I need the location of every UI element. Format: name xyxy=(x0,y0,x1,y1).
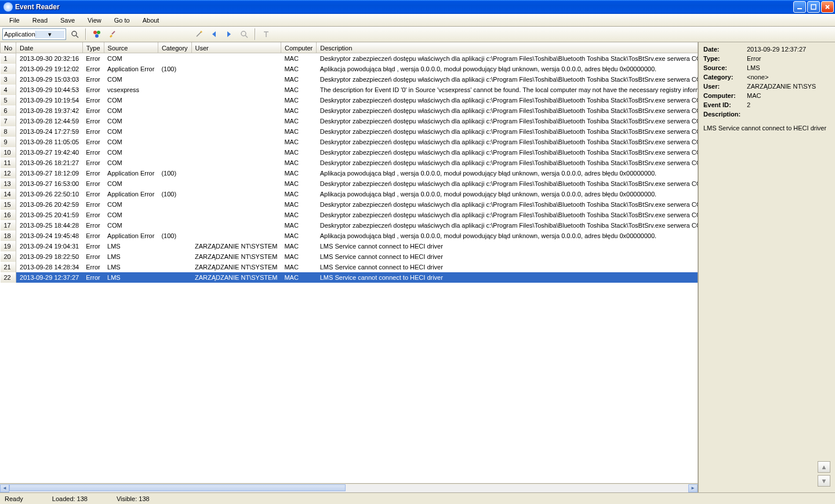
wand-icon[interactable] xyxy=(193,28,205,41)
col-header-user[interactable]: User xyxy=(191,43,281,53)
cell-source: COM xyxy=(104,105,158,116)
table-row[interactable]: 132013-09-27 16:53:00ErrorCOMMACDeskrypt… xyxy=(1,178,698,189)
cell-description: Aplikacja powodująca błąd , wersja 0.0.0… xyxy=(317,168,698,178)
cell-type: Error xyxy=(82,105,104,116)
text-tool-icon[interactable] xyxy=(260,28,273,41)
log-selector-combo[interactable]: Application ▾ xyxy=(2,28,66,40)
cell-user xyxy=(191,199,281,210)
table-row[interactable]: 182013-09-24 19:45:48ErrorApplication Er… xyxy=(1,231,698,241)
svg-point-6 xyxy=(241,31,246,36)
search-icon[interactable] xyxy=(68,28,81,41)
close-button[interactable] xyxy=(821,1,834,13)
col-header-description[interactable]: Description xyxy=(317,43,698,53)
table-row[interactable]: 212013-09-28 14:28:34ErrorLMSZARZĄDZANIE… xyxy=(1,262,698,272)
table-row[interactable]: 142013-09-26 22:50:10ErrorApplication Er… xyxy=(1,189,698,199)
cell-source: LMS xyxy=(104,262,158,272)
cell-computer: MAC xyxy=(281,95,316,105)
cell-source: COM xyxy=(104,210,158,220)
col-header-category[interactable]: Category xyxy=(158,43,191,53)
event-table[interactable]: No Date Type Source Category User Comput… xyxy=(0,42,698,283)
arrow-left-icon[interactable] xyxy=(208,28,220,41)
cell-date: 2013-09-28 12:44:59 xyxy=(16,116,83,126)
toolbar-separator xyxy=(85,28,86,40)
table-row[interactable]: 42013-09-29 10:44:53ErrorvcsexpressMACTh… xyxy=(1,85,698,95)
cell-type: Error xyxy=(82,231,104,241)
table-row[interactable]: 52013-09-29 10:19:54ErrorCOMMACDeskrypto… xyxy=(1,95,698,105)
combo-value: Application xyxy=(4,31,35,38)
table-row[interactable]: 22013-09-29 19:12:02ErrorApplication Err… xyxy=(1,64,698,74)
cell-category xyxy=(158,126,191,137)
cell-category xyxy=(158,210,191,220)
scroll-thumb[interactable] xyxy=(9,484,346,491)
row-number: 22 xyxy=(1,272,16,283)
cell-user xyxy=(191,64,281,74)
find-again-icon[interactable] xyxy=(238,28,251,41)
cell-computer: MAC xyxy=(281,231,316,241)
row-number: 21 xyxy=(1,262,16,272)
table-row[interactable]: 122013-09-27 18:12:09ErrorApplication Er… xyxy=(1,168,698,178)
scroll-right-icon[interactable]: ► xyxy=(688,484,698,492)
table-row[interactable]: 12013-09-30 20:32:16ErrorCOMMACDeskrypto… xyxy=(1,53,698,64)
row-number: 3 xyxy=(1,74,16,85)
table-row[interactable]: 222013-09-29 12:37:27ErrorLMSZARZĄDZANIE… xyxy=(1,272,698,283)
cell-source: COM xyxy=(104,199,158,210)
cell-date: 2013-09-29 19:12:02 xyxy=(16,64,83,74)
table-row[interactable]: 152013-09-26 20:42:59ErrorCOMMACDeskrypt… xyxy=(1,199,698,210)
cell-category xyxy=(158,272,191,283)
arrow-right-icon[interactable] xyxy=(223,28,235,41)
cell-category xyxy=(158,105,191,116)
scroll-left-icon[interactable]: ◄ xyxy=(0,484,9,492)
next-event-button[interactable]: ▼ xyxy=(818,475,830,487)
row-number: 12 xyxy=(1,168,16,178)
scroll-track[interactable] xyxy=(9,484,688,492)
cell-date: 2013-09-26 20:42:59 xyxy=(16,199,83,210)
cell-type: Error xyxy=(82,189,104,199)
row-number: 20 xyxy=(1,251,16,262)
table-row[interactable]: 92013-09-28 11:05:05ErrorCOMMACDeskrypto… xyxy=(1,137,698,147)
cell-category xyxy=(158,116,191,126)
table-row[interactable]: 82013-09-24 17:27:59ErrorCOMMACDeskrypto… xyxy=(1,126,698,137)
menu-goto[interactable]: Go to xyxy=(108,16,136,25)
status-visible: Visible: 138 xyxy=(117,495,150,502)
col-header-no[interactable]: No xyxy=(1,43,16,53)
cell-date: 2013-09-27 16:53:00 xyxy=(16,178,83,189)
menu-read[interactable]: Read xyxy=(27,16,53,25)
table-row[interactable]: 32013-09-29 15:03:03ErrorCOMMACDeskrypto… xyxy=(1,74,698,85)
col-header-source[interactable]: Source xyxy=(104,43,158,53)
cell-description: LMS Service cannot connect to HECI drive… xyxy=(317,241,698,251)
categories-icon[interactable] xyxy=(90,28,103,41)
prev-event-button[interactable]: ▲ xyxy=(818,461,830,473)
detail-description: LMS Service cannot connect to HECI drive… xyxy=(703,125,830,132)
row-number: 4 xyxy=(1,85,16,95)
detail-pane: Date:2013-09-29 12:37:27 Type:Error Sour… xyxy=(699,42,835,492)
detail-label-category: Category: xyxy=(703,74,747,81)
cell-user xyxy=(191,168,281,178)
menu-file[interactable]: File xyxy=(3,16,26,25)
table-row[interactable]: 202013-09-29 18:22:50ErrorLMSZARZĄDZANIE… xyxy=(1,251,698,262)
cell-category xyxy=(158,158,191,168)
table-row[interactable]: 162013-09-25 20:41:59ErrorCOMMACDeskrypt… xyxy=(1,210,698,220)
col-header-computer[interactable]: Computer xyxy=(281,43,316,53)
brush-icon[interactable] xyxy=(106,28,118,41)
horizontal-scrollbar[interactable]: ◄ ► xyxy=(0,483,698,492)
cell-date: 2013-09-29 12:37:27 xyxy=(16,272,83,283)
table-row[interactable]: 102013-09-27 19:42:40ErrorCOMMACDeskrypt… xyxy=(1,147,698,158)
table-row[interactable]: 112013-09-26 18:21:27ErrorCOMMACDeskrypt… xyxy=(1,158,698,168)
cell-description: Deskryptor zabezpieczeń dostępu właściwy… xyxy=(317,147,698,158)
col-header-date[interactable]: Date xyxy=(16,43,83,53)
cell-category xyxy=(158,85,191,95)
table-row[interactable]: 192013-09-24 19:04:31ErrorLMSZARZĄDZANIE… xyxy=(1,241,698,251)
menu-view[interactable]: View xyxy=(82,16,107,25)
minimize-button[interactable] xyxy=(793,1,806,13)
row-number: 1 xyxy=(1,53,16,64)
table-row[interactable]: 172013-09-25 18:44:28ErrorCOMMACDeskrypt… xyxy=(1,220,698,231)
menu-about[interactable]: About xyxy=(137,16,165,25)
col-header-type[interactable]: Type xyxy=(82,43,104,53)
maximize-button[interactable] xyxy=(807,1,820,13)
detail-user: ZARZĄDZANIE NT\SYS xyxy=(747,83,830,90)
detail-label-date: Date: xyxy=(703,46,747,53)
menu-save[interactable]: Save xyxy=(55,16,81,25)
cell-description: Deskryptor zabezpieczeń dostępu właściwy… xyxy=(317,53,698,64)
table-row[interactable]: 62013-09-28 19:37:42ErrorCOMMACDeskrypto… xyxy=(1,105,698,116)
table-row[interactable]: 72013-09-28 12:44:59ErrorCOMMACDeskrypto… xyxy=(1,116,698,126)
